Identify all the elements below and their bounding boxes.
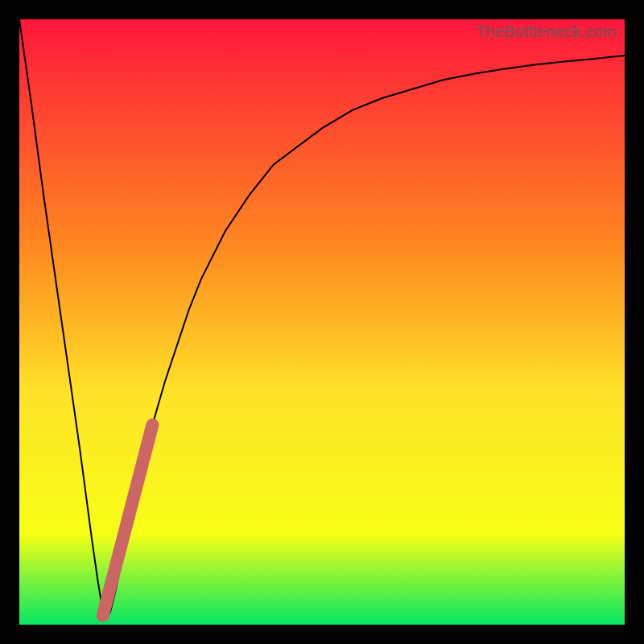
gradient-background xyxy=(19,19,625,625)
chart-svg xyxy=(19,19,625,625)
outer-frame: TheBottleneck.com xyxy=(0,0,644,644)
watermark-text: TheBottleneck.com xyxy=(476,23,617,41)
plot-area: TheBottleneck.com xyxy=(19,19,625,625)
